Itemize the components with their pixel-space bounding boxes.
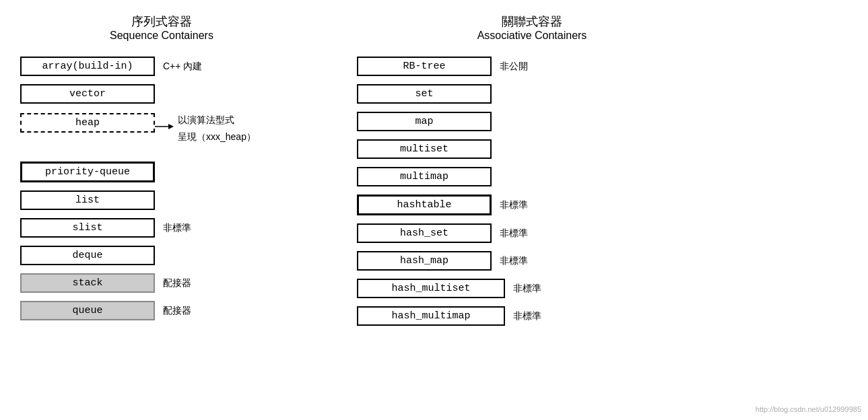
list-item: priority-queue <box>20 162 303 182</box>
stack-box: stack <box>20 273 155 293</box>
left-section-header: 序列式容器 Sequence Containers <box>20 13 303 50</box>
rbtree-box: RB-tree <box>357 57 492 76</box>
right-items: RB-tree 非公開 set map multiset multimap ha… <box>357 57 707 330</box>
hashmultiset-annotation: 非標準 <box>513 283 541 295</box>
right-column: 關聯式容器 Associative Containers RB-tree 非公開… <box>357 13 707 330</box>
list-box: list <box>20 190 155 210</box>
array-box: array(build-in) <box>20 57 155 76</box>
hashtable-box: hashtable <box>357 195 492 215</box>
hashset-annotation: 非標準 <box>500 228 528 240</box>
priority-queue-box: priority-queue <box>20 162 155 182</box>
hashset-box: hash_set <box>357 223 492 243</box>
slist-annotation: 非標準 <box>163 222 191 234</box>
list-item: hash_multiset 非標準 <box>357 279 707 298</box>
right-section-header: 關聯式容器 Associative Containers <box>357 13 707 50</box>
svg-marker-1 <box>168 124 174 129</box>
multiset-box: multiset <box>357 139 492 159</box>
stack-annotation: 配接器 <box>163 277 191 289</box>
page-container: 序列式容器 Sequence Containers array(build-in… <box>0 0 868 420</box>
list-item: map <box>357 112 707 131</box>
hashmultiset-box: hash_multiset <box>357 279 505 298</box>
list-item: deque <box>20 246 303 265</box>
list-item: list <box>20 190 303 210</box>
list-item: set <box>357 84 707 104</box>
right-title-chinese: 關聯式容器 <box>357 13 707 30</box>
list-item: array(build-in) C++ 內建 <box>20 57 303 76</box>
hashmap-box: hash_map <box>357 251 492 271</box>
list-item: hash_set 非標準 <box>357 223 707 243</box>
right-title-english: Associative Containers <box>357 30 707 42</box>
list-item: multiset <box>357 139 707 159</box>
slist-box: slist <box>20 218 155 238</box>
left-title-chinese: 序列式容器 <box>20 13 303 30</box>
list-item: slist 非標準 <box>20 218 303 238</box>
vector-box: vector <box>20 84 155 104</box>
watermark: http://blog.csdn.net/u012999985 <box>756 405 861 413</box>
hashtable-annotation: 非標準 <box>500 199 528 211</box>
hashmap-annotation: 非標準 <box>500 255 528 267</box>
list-item: hash_map 非標準 <box>357 251 707 271</box>
list-item: stack 配接器 <box>20 273 303 293</box>
rbtree-annotation: 非公開 <box>500 61 528 73</box>
list-item: queue 配接器 <box>20 301 303 320</box>
hashmultimap-annotation: 非標準 <box>513 310 541 322</box>
heap-row: heap 以演算法型式呈現（xxx_heap） <box>20 112 303 153</box>
list-item: multimap <box>357 167 707 186</box>
multimap-box: multimap <box>357 167 492 186</box>
array-annotation: C++ 內建 <box>163 61 202 73</box>
list-item: vector <box>20 84 303 104</box>
heap-annotation: 以演算法型式呈現（xxx_heap） <box>178 112 256 145</box>
left-title-english: Sequence Containers <box>20 30 303 42</box>
list-item: RB-tree 非公開 <box>357 57 707 76</box>
set-box: set <box>357 84 492 104</box>
queue-annotation: 配接器 <box>163 305 191 317</box>
queue-box: queue <box>20 301 155 320</box>
list-item: hash_multimap 非標準 <box>357 306 707 326</box>
heap-box: heap <box>20 113 155 133</box>
hashmultimap-box: hash_multimap <box>357 306 505 326</box>
list-item: hashtable 非標準 <box>357 195 707 215</box>
deque-box: deque <box>20 246 155 265</box>
left-items: array(build-in) C++ 內建 vector heap 以演算法型… <box>20 57 303 324</box>
heap-arrow-svg <box>155 120 175 153</box>
left-column: 序列式容器 Sequence Containers array(build-in… <box>20 13 303 324</box>
map-box: map <box>357 112 492 131</box>
